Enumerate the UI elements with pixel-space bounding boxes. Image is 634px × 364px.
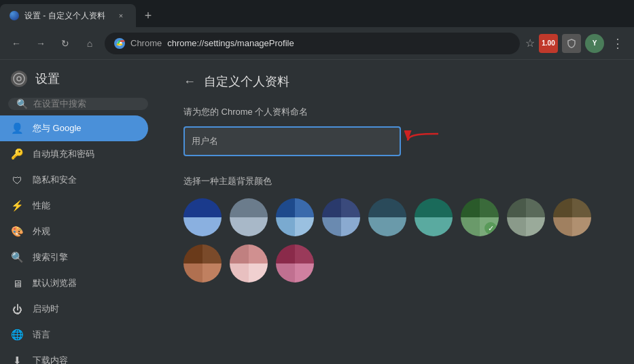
- sidebar-label-autofill: 自动填充和密码: [33, 148, 94, 160]
- color-grid: ✓: [183, 198, 607, 283]
- name-input[interactable]: [183, 126, 401, 156]
- color-option-10[interactable]: [183, 244, 222, 283]
- sidebar-item-google[interactable]: 👤您与 Google: [0, 115, 148, 141]
- menu-button[interactable]: ⋮: [608, 34, 627, 53]
- sidebar-icon-language: 🌐: [11, 329, 23, 341]
- sidebar-header: 设置: [0, 60, 156, 92]
- back-header: ← 自定义个人资料: [183, 73, 607, 90]
- sidebar-item-autofill[interactable]: 🔑自动填充和密码: [0, 141, 148, 167]
- svg-point-2: [14, 73, 24, 84]
- tab-favicon: [10, 11, 19, 20]
- tab-bar: 设置 - 自定义个人资料 × +: [0, 0, 634, 27]
- sidebar-label-performance: 性能: [33, 200, 50, 212]
- sidebar-icon-privacy: 🛡: [11, 174, 23, 186]
- new-tab-button[interactable]: +: [139, 6, 158, 25]
- sidebar-nav: 👤您与 Google🔑自动填充和密码🛡隐私和安全⚡性能🎨外观🔍搜索引擎🖥默认浏览…: [0, 115, 156, 364]
- sidebar-item-performance[interactable]: ⚡性能: [0, 193, 148, 219]
- svg-point-3: [17, 77, 21, 81]
- sidebar-icon-google: 👤: [11, 122, 23, 134]
- shield-icon: [567, 39, 576, 48]
- sidebar-item-language[interactable]: 🌐语言: [0, 322, 148, 348]
- tab-close-button[interactable]: ×: [116, 10, 126, 21]
- color-option-7[interactable]: ✓: [461, 198, 499, 236]
- sidebar-icon-performance: ⚡: [11, 200, 23, 212]
- sidebar-item-browser[interactable]: 🖥默认浏览器: [0, 270, 148, 296]
- sidebar-item-privacy[interactable]: 🛡隐私和安全: [0, 167, 148, 193]
- chrome-logo-icon: [114, 38, 125, 49]
- settings-title: 设置: [35, 71, 60, 87]
- color-option-1[interactable]: [183, 198, 222, 236]
- settings-logo: [11, 71, 27, 87]
- sidebar-icon-autofill: 🔑: [11, 148, 23, 160]
- shield-button[interactable]: [562, 34, 581, 53]
- sidebar-label-search: 搜索引擎: [33, 251, 68, 263]
- refresh-button[interactable]: ↻: [56, 34, 75, 53]
- color-option-11[interactable]: [230, 244, 268, 283]
- settings-logo-icon: [13, 73, 25, 85]
- color-option-2[interactable]: [230, 198, 268, 236]
- search-icon: 🔍: [16, 98, 28, 109]
- content-area: ← 自定义个人资料 请为您的 Chrome 个人资料命名 用户名: [156, 60, 634, 364]
- back-button-page[interactable]: ←: [183, 75, 196, 89]
- address-bar-actions: ☆ 1.00 Y ⋮: [525, 34, 627, 53]
- sidebar-label-downloads: 下载内容: [33, 354, 68, 364]
- bookmark-icon[interactable]: ☆: [525, 37, 535, 50]
- address-url: chrome://settings/manageProfile: [167, 38, 294, 48]
- sidebar-item-downloads[interactable]: ⬇下载内容: [0, 348, 148, 364]
- color-section-label: 选择一种主题背景颜色: [183, 175, 607, 187]
- name-input-wrap: 用户名: [183, 126, 401, 156]
- color-option-5[interactable]: [368, 198, 406, 236]
- tab-title: 设置 - 自定义个人资料: [24, 10, 105, 22]
- address-bar: ← → ↻ ⌂ Chrome chrome://settings/manageP…: [0, 27, 634, 60]
- sidebar-item-search[interactable]: 🔍搜索引擎: [0, 244, 148, 270]
- sidebar-icon-appearance: 🎨: [11, 225, 23, 238]
- address-prefix: Chrome: [130, 38, 162, 48]
- sidebar-label-startup: 启动时: [33, 303, 59, 315]
- forward-button[interactable]: →: [31, 34, 50, 53]
- extension-button[interactable]: 1.00: [539, 34, 558, 53]
- color-option-3[interactable]: [276, 198, 314, 236]
- back-button[interactable]: ←: [7, 34, 26, 53]
- sidebar-item-startup[interactable]: ⏻启动时: [0, 296, 148, 322]
- color-option-12[interactable]: [276, 244, 314, 283]
- sidebar-item-appearance[interactable]: 🎨外观: [0, 219, 148, 244]
- sidebar-label-language: 语言: [33, 329, 50, 341]
- sidebar-label-google: 您与 Google: [33, 122, 82, 134]
- sidebar-icon-browser: 🖥: [11, 277, 23, 289]
- home-button[interactable]: ⌂: [80, 34, 99, 53]
- sidebar-icon-downloads: ⬇: [11, 354, 23, 364]
- name-section-label: 请为您的 Chrome 个人资料命名: [183, 106, 607, 118]
- active-tab[interactable]: 设置 - 自定义个人资料 ×: [0, 4, 136, 27]
- sidebar-icon-search: 🔍: [11, 251, 23, 263]
- color-option-8[interactable]: [507, 198, 545, 236]
- main-layout: 设置 🔍 在设置中搜索 👤您与 Google🔑自动填充和密码🛡隐私和安全⚡性能🎨…: [0, 60, 634, 364]
- sidebar-label-appearance: 外观: [33, 225, 50, 238]
- address-input[interactable]: Chrome chrome://settings/manageProfile: [105, 33, 520, 54]
- color-option-6[interactable]: [415, 198, 453, 236]
- sidebar: 设置 🔍 在设置中搜索 👤您与 Google🔑自动填充和密码🛡隐私和安全⚡性能🎨…: [0, 60, 156, 364]
- profile-avatar[interactable]: Y: [585, 34, 604, 53]
- selected-checkmark: ✓: [485, 222, 497, 234]
- sidebar-icon-startup: ⏻: [11, 303, 23, 315]
- search-placeholder: 在设置中搜索: [33, 98, 86, 110]
- red-arrow-indicator: [404, 130, 442, 152]
- page-content: ← 自定义个人资料 请为您的 Chrome 个人资料命名 用户名: [156, 60, 634, 296]
- search-box[interactable]: 🔍 在设置中搜索: [8, 98, 148, 110]
- color-option-4[interactable]: [322, 198, 360, 236]
- page-title: 自定义个人资料: [204, 73, 289, 90]
- sidebar-label-privacy: 隐私和安全: [33, 174, 77, 186]
- color-option-9[interactable]: [553, 198, 591, 236]
- sidebar-label-browser: 默认浏览器: [33, 277, 77, 289]
